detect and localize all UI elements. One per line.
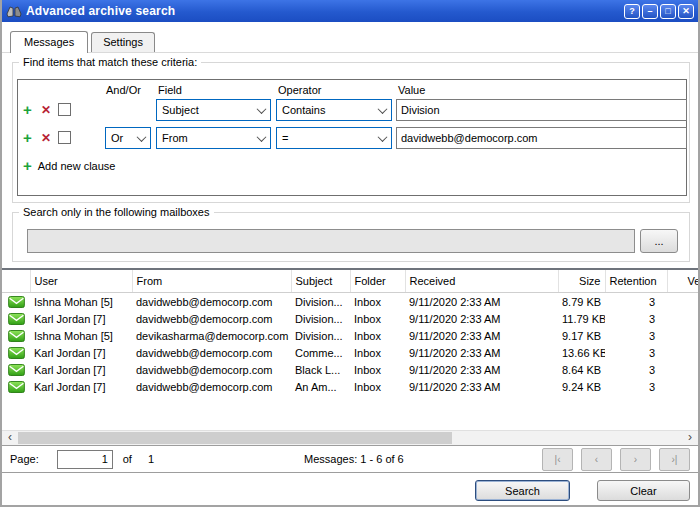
scroll-right-icon[interactable]: › bbox=[682, 431, 698, 445]
message-row[interactable]: Ishna Mohan [5] davidwebb@democorp.com D… bbox=[2, 293, 698, 311]
cell-retention: 3 bbox=[605, 378, 667, 395]
mailboxes-input[interactable] bbox=[27, 229, 635, 253]
value-input[interactable] bbox=[396, 127, 687, 149]
column-header-size[interactable]: Size bbox=[558, 270, 605, 293]
cell-subject: Division... bbox=[291, 327, 350, 344]
browse-mailboxes-button[interactable]: ... bbox=[640, 229, 678, 253]
clear-button[interactable]: Clear bbox=[597, 480, 690, 501]
message-row[interactable]: Karl Jordan [7] davidwebb@democorp.com C… bbox=[2, 344, 698, 361]
tab-strip: Messages Settings bbox=[10, 31, 158, 52]
cell-size: 8.64 KB bbox=[558, 361, 605, 378]
binoculars-icon bbox=[6, 5, 22, 18]
cell-received: 9/11/2020 2:33 AM bbox=[405, 361, 558, 378]
message-row[interactable]: Karl Jordan [7] davidwebb@democorp.com B… bbox=[2, 361, 698, 378]
cell-user: Karl Jordan [7] bbox=[30, 310, 132, 327]
field-select[interactable]: From bbox=[156, 127, 271, 149]
scrollbar-thumb[interactable] bbox=[18, 432, 452, 444]
message-envelope-icon bbox=[2, 361, 30, 378]
cell-received: 9/11/2020 2:33 AM bbox=[405, 310, 558, 327]
cell-from: davidwebb@democorp.com bbox=[132, 293, 291, 311]
results-panel: User From Subject Folder Received Size R… bbox=[2, 268, 698, 395]
minimize-button[interactable]: – bbox=[642, 4, 658, 19]
maximize-button[interactable]: □ bbox=[660, 4, 676, 19]
cell-user: Ishna Mohan [5] bbox=[30, 293, 132, 311]
tab-settings[interactable]: Settings bbox=[91, 32, 155, 52]
cell-subject: Comme... bbox=[291, 344, 350, 361]
cell-version bbox=[667, 310, 698, 327]
next-page-button[interactable]: › bbox=[620, 448, 651, 471]
cell-size: 9.24 KB bbox=[558, 378, 605, 395]
criteria-header-field: Field bbox=[158, 84, 182, 96]
message-row[interactable]: Karl Jordan [7] davidwebb@democorp.com A… bbox=[2, 378, 698, 395]
cell-version bbox=[667, 378, 698, 395]
message-row[interactable]: Karl Jordan [7] davidwebb@democorp.com D… bbox=[2, 310, 698, 327]
field-select-value: Subject bbox=[162, 104, 199, 116]
row-checkbox[interactable] bbox=[58, 103, 71, 116]
close-button[interactable]: ✕ bbox=[678, 4, 694, 19]
cell-received: 9/11/2020 2:33 AM bbox=[405, 344, 558, 361]
cell-size: 9.17 KB bbox=[558, 327, 605, 344]
cell-user: Ishna Mohan [5] bbox=[30, 327, 132, 344]
cell-received: 9/11/2020 2:33 AM bbox=[405, 378, 558, 395]
message-envelope-icon bbox=[2, 293, 30, 311]
criteria-header-andor: And/Or bbox=[106, 84, 141, 96]
cell-subject: Division... bbox=[291, 310, 350, 327]
cell-version bbox=[667, 293, 698, 311]
cell-from: davidwebb@democorp.com bbox=[132, 361, 291, 378]
search-button[interactable]: Search bbox=[475, 480, 570, 501]
results-table: User From Subject Folder Received Size R… bbox=[2, 270, 698, 395]
add-new-clause-link[interactable]: + Add new clause bbox=[23, 156, 115, 176]
add-row-icon[interactable]: + bbox=[23, 99, 32, 121]
column-header-retention[interactable]: Retention bbox=[605, 270, 667, 293]
page-nav-buttons: |‹ ‹ › ›| bbox=[542, 448, 690, 471]
cell-subject: An Am... bbox=[291, 378, 350, 395]
cell-subject: Division... bbox=[291, 293, 350, 311]
cell-folder: Inbox bbox=[350, 344, 405, 361]
last-page-button[interactable]: ›| bbox=[659, 448, 690, 471]
prev-page-button[interactable]: ‹ bbox=[581, 448, 612, 471]
cell-retention: 3 bbox=[605, 327, 667, 344]
first-page-button[interactable]: |‹ bbox=[542, 448, 573, 471]
cell-size: 8.79 KB bbox=[558, 293, 605, 311]
andor-select[interactable]: Or bbox=[105, 127, 151, 149]
cell-retention: 3 bbox=[605, 344, 667, 361]
cell-retention: 3 bbox=[605, 310, 667, 327]
column-header-subject[interactable]: Subject bbox=[291, 270, 350, 293]
horizontal-scrollbar[interactable]: ‹ › bbox=[2, 430, 698, 445]
add-row-icon[interactable]: + bbox=[23, 127, 32, 149]
column-header-from[interactable]: From bbox=[132, 270, 291, 293]
advanced-archive-search-window: Advanced archive search ? – □ ✕ Messages… bbox=[0, 0, 700, 507]
column-header-folder[interactable]: Folder bbox=[350, 270, 405, 293]
window-title: Advanced archive search bbox=[26, 4, 175, 18]
title-bar: Advanced archive search ? – □ ✕ bbox=[2, 0, 698, 22]
criteria-header-operator: Operator bbox=[278, 84, 321, 96]
column-header-received[interactable]: Received bbox=[405, 270, 558, 293]
cell-from: davidwebb@democorp.com bbox=[132, 378, 291, 395]
help-button[interactable]: ? bbox=[624, 4, 640, 19]
operator-select[interactable]: = bbox=[276, 127, 392, 149]
of-label: of bbox=[123, 453, 132, 465]
message-row[interactable]: Ishna Mohan [5] devikasharma@democorp.co… bbox=[2, 327, 698, 344]
value-input[interactable] bbox=[396, 99, 687, 121]
cell-retention: 3 bbox=[605, 361, 667, 378]
tab-messages[interactable]: Messages bbox=[10, 31, 88, 53]
operator-select-value: = bbox=[282, 132, 288, 144]
scroll-left-icon[interactable]: ‹ bbox=[2, 431, 18, 445]
column-header-version[interactable]: Ve bbox=[667, 270, 698, 293]
add-clause-icon: + bbox=[23, 156, 32, 176]
column-header-icon[interactable] bbox=[2, 270, 30, 293]
cell-folder: Inbox bbox=[350, 378, 405, 395]
page-number-input[interactable] bbox=[57, 450, 113, 469]
criteria-group-label: Find items that match these criteria: bbox=[19, 56, 201, 69]
field-select[interactable]: Subject bbox=[156, 99, 271, 121]
column-header-user[interactable]: User bbox=[30, 270, 132, 293]
add-clause-label: Add new clause bbox=[38, 160, 116, 172]
cell-subject: Black L... bbox=[291, 361, 350, 378]
cell-user: Karl Jordan [7] bbox=[30, 378, 132, 395]
cell-folder: Inbox bbox=[350, 293, 405, 311]
row-checkbox[interactable] bbox=[58, 131, 71, 144]
operator-select[interactable]: Contains bbox=[276, 99, 392, 121]
remove-row-icon[interactable]: ✕ bbox=[41, 99, 51, 121]
remove-row-icon[interactable]: ✕ bbox=[41, 127, 51, 149]
page-count: 1 bbox=[148, 453, 154, 465]
